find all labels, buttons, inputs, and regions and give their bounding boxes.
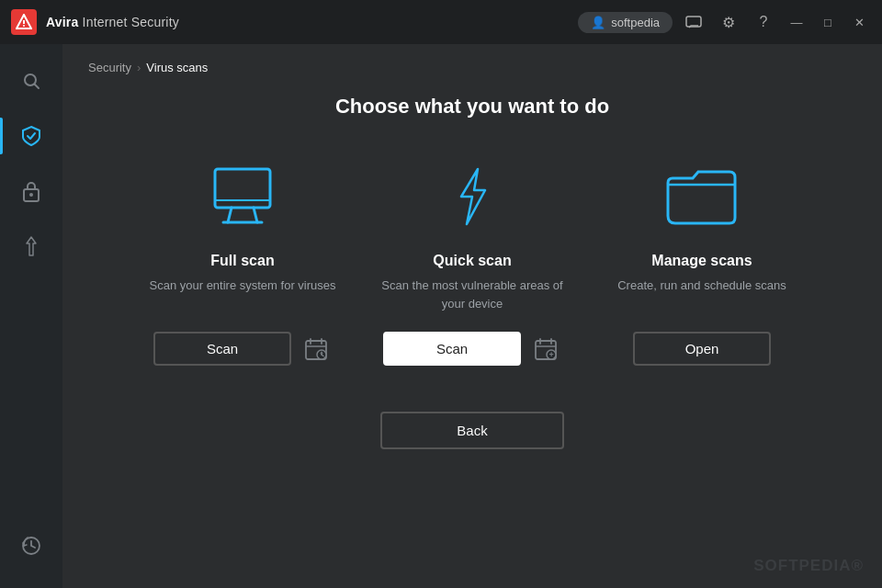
- manage-scans-card: Manage scans Create, run and schedule sc…: [605, 155, 798, 366]
- breadcrumb-parent[interactable]: Security: [88, 61, 131, 74]
- minimize-button[interactable]: —: [785, 10, 808, 34]
- svg-text:+: +: [320, 350, 323, 356]
- svg-rect-10: [215, 169, 270, 208]
- user-icon: 👤: [591, 16, 605, 29]
- maximize-button[interactable]: □: [816, 10, 840, 34]
- svg-text:+: +: [549, 349, 554, 358]
- full-scan-card: Full scan Scan your entire system for vi…: [146, 155, 339, 366]
- svg-point-2: [23, 25, 25, 27]
- svg-line-5: [35, 85, 40, 89]
- close-button[interactable]: ✕: [847, 10, 871, 34]
- manage-scans-desc: Create, run and schedule scans: [617, 277, 786, 315]
- quick-scan-icon: [445, 155, 500, 238]
- scan-cards-container: Full scan Scan your entire system for vi…: [62, 155, 882, 366]
- back-button[interactable]: Back: [380, 412, 564, 449]
- sidebar-item-security[interactable]: [0, 108, 62, 164]
- chat-button[interactable]: [680, 8, 707, 36]
- quick-scan-actions: Scan +: [383, 332, 561, 366]
- manage-scans-icon: [663, 155, 741, 238]
- svg-line-11: [228, 208, 232, 222]
- breadcrumb-separator: ›: [137, 61, 141, 74]
- manage-scans-title: Manage scans: [651, 253, 752, 269]
- manage-scans-open-button[interactable]: Open: [633, 332, 771, 366]
- app-title: Avira Internet Security: [46, 15, 179, 29]
- breadcrumb: Security › Virus scans: [62, 44, 882, 85]
- titlebar: Avira Internet Security 👤 softpedia ⚙ ? …: [0, 0, 882, 44]
- help-button[interactable]: ?: [750, 8, 777, 36]
- svg-marker-23: [461, 169, 485, 224]
- sidebar-bottom: [20, 518, 42, 573]
- quick-scan-card: Quick scan Scan the most vulnerable area…: [376, 155, 569, 366]
- quick-scan-desc: Scan the most vulnerable areas of your d…: [376, 277, 569, 315]
- settings-button[interactable]: ⚙: [715, 8, 742, 36]
- full-scan-button[interactable]: Scan: [153, 332, 291, 366]
- manage-scans-actions: Open: [633, 332, 771, 366]
- full-scan-schedule-button[interactable]: +: [300, 334, 332, 365]
- svg-line-12: [254, 208, 257, 222]
- sidebar-item-search[interactable]: [0, 53, 62, 108]
- quick-scan-schedule-button[interactable]: +: [530, 334, 561, 365]
- titlebar-controls: 👤 softpedia ⚙ ? — □ ✕: [578, 8, 871, 36]
- full-scan-desc: Scan your entire system for viruses: [149, 277, 335, 315]
- full-scan-title: Full scan: [210, 253, 274, 269]
- back-area: Back: [62, 412, 882, 449]
- sidebar: [0, 44, 62, 588]
- quick-scan-button[interactable]: Scan: [383, 332, 521, 366]
- content-area: Security › Virus scans Choose what you w…: [62, 44, 882, 588]
- user-label: softpedia: [611, 16, 660, 29]
- softpedia-watermark: SOFTPEDIA®: [753, 557, 864, 575]
- svg-point-7: [29, 193, 33, 197]
- quick-scan-title: Quick scan: [433, 253, 511, 269]
- sidebar-item-privacy[interactable]: [0, 164, 62, 219]
- svg-marker-8: [27, 237, 36, 255]
- main-layout: Security › Virus scans Choose what you w…: [0, 44, 882, 588]
- breadcrumb-current: Virus scans: [146, 61, 208, 74]
- sidebar-item-performance[interactable]: [0, 219, 62, 274]
- app-logo: [11, 9, 37, 35]
- full-scan-icon: [206, 155, 279, 238]
- user-badge[interactable]: 👤 softpedia: [578, 12, 673, 33]
- sidebar-item-update[interactable]: [20, 518, 42, 573]
- page-heading: Choose what you want to do: [62, 95, 882, 119]
- full-scan-actions: Scan +: [153, 332, 332, 366]
